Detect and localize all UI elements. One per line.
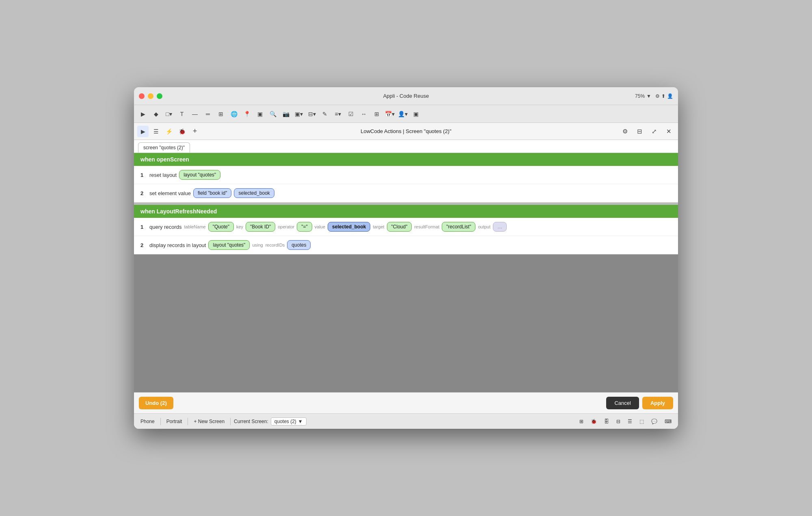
value-label: value (315, 224, 325, 229)
layout-tool[interactable]: ⊟▾ (306, 108, 317, 120)
globe-tool[interactable]: 🌐 (228, 108, 240, 120)
profile-icon[interactable]: 👤 (667, 93, 673, 99)
debug-btn[interactable]: 🐞 (176, 126, 188, 137)
minimize-button[interactable] (148, 93, 153, 99)
zoom-dropdown-icon[interactable]: ▼ (646, 93, 651, 99)
add-btn[interactable]: + (189, 126, 201, 137)
line-tool[interactable]: — (189, 108, 201, 120)
fullscreen-btn[interactable]: ⤢ (648, 126, 660, 137)
token-field-book-id[interactable]: field "book id" (193, 188, 232, 198)
search-tool[interactable]: 🔍 (267, 108, 279, 120)
calendar-tool[interactable]: 📅▾ (384, 108, 395, 120)
app-window: Appli - Code Reuse 75% ▼ ⚙ ⬆ 👤 ▶ ◆ □▾ T … (134, 87, 678, 429)
query-row: 1 query records tableName "Quote" key "B… (134, 218, 678, 236)
display-row-number: 2 (140, 242, 147, 248)
portrait-status[interactable]: Portrait (164, 417, 185, 426)
status-bar: Phone Portrait + New Screen Current Scre… (134, 413, 678, 429)
screen-tab[interactable]: screen "quotes (2)" (138, 142, 190, 153)
token-equals[interactable]: "=" (297, 222, 312, 232)
settings-icon[interactable]: ⚙ (655, 93, 660, 99)
token-record-list[interactable]: "recordList" (442, 222, 475, 232)
row-number-2: 2 (140, 190, 147, 196)
swap-tool[interactable]: ↔ (358, 108, 369, 120)
result-format-label: resultFormat (414, 224, 439, 229)
window-title: Appli - Code Reuse (383, 93, 429, 99)
close-panel-btn[interactable]: ✕ (663, 126, 675, 137)
cancel-button[interactable]: Cancel (606, 397, 639, 409)
play-button[interactable]: ▶ (137, 108, 149, 120)
keyboard-icon[interactable]: ⌨ (662, 417, 674, 426)
title-bar: Appli - Code Reuse 75% ▼ ⚙ ⬆ 👤 (134, 87, 678, 105)
export-icon[interactable]: ⬚ (637, 417, 646, 426)
camera-tool[interactable]: 📷 (280, 108, 292, 120)
cloud-upload-icon[interactable]: ⬆ (661, 93, 665, 99)
record-ids-label: recordIDs (266, 243, 285, 247)
phone-status[interactable]: Phone (138, 417, 157, 426)
screen-name: quotes (2) (274, 419, 296, 424)
media-tool[interactable]: ▣▾ (293, 108, 304, 120)
screens-btn[interactable]: ☰ (150, 126, 162, 137)
token-quotes[interactable]: quotes (287, 240, 311, 250)
token-selected-book-2[interactable]: selected_book (328, 222, 370, 232)
token-layout-quotes[interactable]: layout "quotes" (179, 170, 220, 180)
map-pin-tool[interactable]: 📍 (241, 108, 253, 120)
maximize-button[interactable] (157, 93, 162, 99)
grid-icon[interactable]: ⊞ (577, 417, 586, 426)
token-quote[interactable]: "Quote" (208, 222, 234, 232)
display-row: 2 display records in layout layout "quot… (134, 236, 678, 254)
share-tool[interactable]: ▣ (410, 108, 421, 120)
action-label-set: set element value (149, 190, 191, 196)
rect-tool[interactable]: □▾ (163, 108, 175, 120)
actions-panel: when openScreen 1 reset layout layout "q… (134, 153, 678, 202)
dropdown-arrow-icon: ▼ (298, 419, 303, 424)
close-button[interactable] (139, 93, 145, 99)
status-sep-1 (160, 418, 161, 425)
current-screen-area: Current Screen: quotes (2) ▼ (234, 417, 307, 426)
gray-content-area (134, 254, 678, 392)
image-tool[interactable]: ▣ (254, 108, 266, 120)
double-line-tool[interactable]: ═ (202, 108, 214, 120)
undo-button[interactable]: Undo (2) (139, 397, 173, 409)
status-icons: ⊞ 🐞 🗄 ⊟ ☰ ⬚ 💬 ⌨ (577, 417, 674, 426)
open-screen-header: when openScreen (134, 153, 678, 166)
panel-controls: ⚙ ⊟ ⤢ ✕ (619, 126, 675, 137)
new-screen-btn[interactable]: + New Screen (191, 417, 227, 426)
check-tool[interactable]: ☑ (345, 108, 356, 120)
text-tool[interactable]: T (176, 108, 188, 120)
token-book-id[interactable]: "Book ID" (246, 222, 275, 232)
chart-tool[interactable]: ⊞ (371, 108, 382, 120)
token-cloud[interactable]: "Cloud" (387, 222, 412, 232)
user-tool[interactable]: 👤▾ (397, 108, 408, 120)
token-layout-quotes-2[interactable]: layout "quotes" (208, 240, 250, 250)
split-view-btn[interactable]: ⊟ (633, 126, 646, 137)
bottom-bar: Undo (2) Cancel Apply (134, 392, 678, 413)
list-status-icon[interactable]: ☰ (625, 417, 635, 426)
action-row-2: 2 set element value field "book id" sele… (134, 184, 678, 202)
screen-dropdown[interactable]: quotes (2) ▼ (271, 417, 307, 426)
panel-title: LowCode Actions | Screen "quotes (2)" (361, 128, 451, 134)
output-label: output (478, 224, 490, 229)
tab-bar: screen "quotes (2)" (134, 140, 678, 153)
settings-panel-btn[interactable]: ⚙ (619, 126, 631, 137)
operator-label: operator (278, 224, 294, 229)
debug-status-icon[interactable]: 🐞 (588, 417, 599, 426)
key-label: key (236, 224, 243, 229)
token-selected-book-1[interactable]: selected_book (234, 188, 274, 198)
status-sep-2 (188, 418, 188, 425)
table-icon[interactable]: ⊟ (614, 417, 623, 426)
select-tool[interactable]: ◆ (150, 108, 162, 120)
list-tool[interactable]: ≡▾ (332, 108, 343, 120)
actions-btn[interactable]: ⚡ (163, 126, 175, 137)
query-row-number: 1 (140, 224, 147, 230)
token-output-clipped[interactable]: … (493, 222, 507, 232)
edit-tool[interactable]: ✎ (319, 108, 330, 120)
traffic-lights (139, 93, 162, 99)
zoom-control: 75% ▼ ⚙ ⬆ 👤 (635, 93, 673, 99)
apply-button[interactable]: Apply (642, 397, 673, 409)
current-screen-label: Current Screen: (234, 419, 268, 424)
display-label: display records in layout (149, 242, 206, 248)
chat-icon[interactable]: 💬 (649, 417, 660, 426)
db-icon[interactable]: 🗄 (602, 417, 611, 426)
table-tool[interactable]: ⊞ (215, 108, 227, 120)
lowcode-play-btn[interactable]: ▶ (137, 126, 149, 137)
